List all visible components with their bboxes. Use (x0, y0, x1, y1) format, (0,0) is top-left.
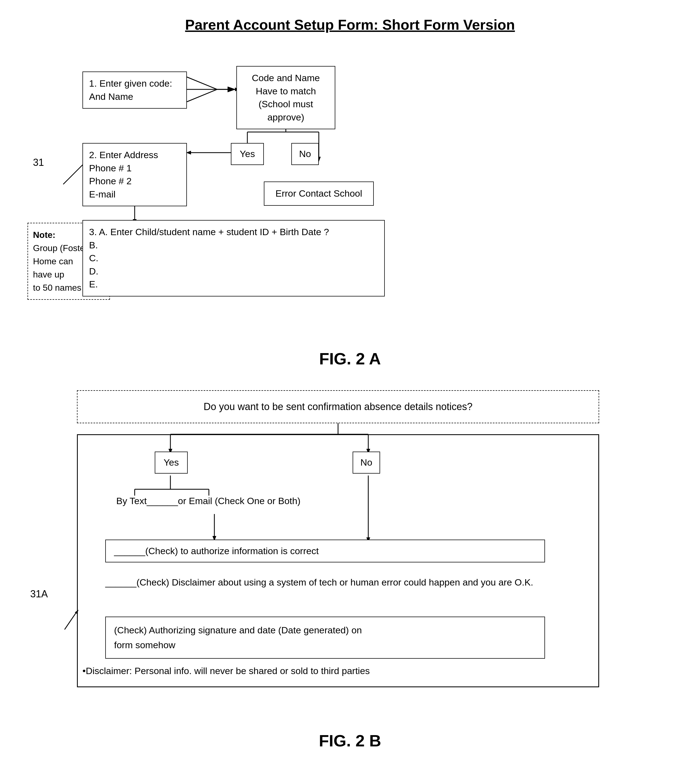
box-enter-child: 3. A. Enter Child/student name + student… (83, 220, 385, 296)
fig-b-label: FIG. 2 B (22, 731, 678, 750)
box-no: No (291, 143, 319, 165)
box-yes: Yes (231, 143, 264, 165)
diagram-a: 31 1. Enter given code: And Name Code an… (22, 50, 678, 338)
svg-line-32 (65, 613, 76, 630)
b-no-box: No (353, 452, 380, 474)
disclaimer-bottom: •Disclaimer: Personal info. will never b… (22, 665, 678, 676)
box-enter-address: 2. Enter Address Phone # 1 Phone # 2 E-m… (83, 143, 187, 206)
ref-label-31: 31 (33, 157, 44, 168)
page-title: Parent Account Setup Form: Short Form Ve… (22, 17, 678, 33)
b-yes-box: Yes (155, 452, 188, 474)
b-check-authorize: ______(Check) to authorize information i… (105, 540, 545, 562)
dashed-question-box: Do you want to be sent confirmation abse… (77, 390, 599, 423)
box-error-contact-school: Error Contact School (264, 181, 374, 206)
diagram-b: Do you want to be sent confirmation abse… (22, 390, 678, 720)
ref-label-31a: 31A (30, 588, 48, 600)
inner-solid-box: Yes No By Text______or Email (Check One … (77, 434, 599, 687)
b-bytext: By Text______or Email (Check One or Both… (116, 496, 336, 506)
box-enter-code: 1. Enter given code: And Name (83, 72, 187, 109)
box-code-name: Code and Name Have to match (School must… (236, 66, 335, 129)
b-auth-signature: (Check) Authorizing signature and date (… (105, 617, 545, 659)
fig-a-label: FIG. 2 A (22, 349, 678, 368)
b-disclaimer-check: ______(Check) Disclaimer about using a s… (105, 575, 545, 589)
